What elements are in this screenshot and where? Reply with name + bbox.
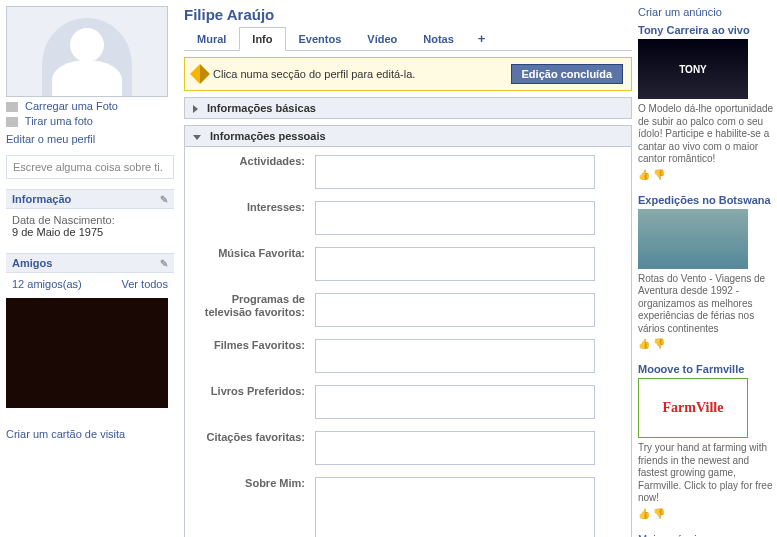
about-label: Sobre Mim:	[195, 477, 315, 537]
edit-notice: Clica numa secção do perfil para editá-l…	[184, 57, 632, 91]
pencil-icon[interactable]: ✎	[160, 258, 168, 269]
tab-wall[interactable]: Mural	[184, 27, 239, 50]
camera-icon	[6, 102, 18, 112]
ad-tony[interactable]: Tony Carreira ao vivo TONY O Modelo dá-l…	[638, 24, 777, 180]
ad-text: Try your hand at farming with friends in…	[638, 442, 777, 505]
profile-name: Filipe Araújo	[184, 6, 632, 23]
section-personal-title: Informações pessoais	[210, 130, 326, 142]
profile-avatar[interactable]	[6, 6, 168, 97]
tab-info[interactable]: Info	[239, 27, 285, 51]
ad-title[interactable]: Expedições no Botswana	[638, 194, 777, 206]
notice-text: Clica numa secção do perfil para editá-l…	[213, 68, 415, 80]
ad-botswana[interactable]: Expedições no Botswana Rotas do Vento - …	[638, 194, 777, 350]
interests-label: Interesses:	[195, 201, 315, 237]
movies-label: Filmes Favoritos:	[195, 339, 315, 375]
status-input[interactable]: Escreve alguma coisa sobre ti.	[6, 155, 174, 179]
ad-title[interactable]: Tony Carreira ao vivo	[638, 24, 777, 36]
ad-feedback[interactable]: 👍 👎	[638, 169, 777, 180]
tv-input[interactable]	[315, 293, 595, 327]
webcam-icon	[6, 117, 18, 127]
activities-label: Actividades:	[195, 155, 315, 191]
about-input[interactable]	[315, 477, 595, 537]
profile-tabs: Mural Info Eventos Vídeo Notas +	[184, 27, 632, 51]
tab-add[interactable]: +	[467, 27, 497, 50]
see-all-friends-link[interactable]: Ver todos	[122, 278, 168, 290]
ad-feedback[interactable]: 👍 👎	[638, 508, 777, 519]
info-block-header[interactable]: Informação ✎	[6, 190, 174, 209]
tab-video[interactable]: Vídeo	[354, 27, 410, 50]
friends-count-link[interactable]: 12 amigos(as)	[12, 278, 82, 290]
chevron-right-icon	[193, 105, 198, 113]
personal-info-form: Actividades: Interesses: Música Favorita…	[184, 147, 632, 537]
music-label: Música Favorita:	[195, 247, 315, 283]
take-photo-link[interactable]: Tirar uma foto	[25, 115, 93, 127]
dob-value: 9 de Maio de 1975	[12, 226, 168, 238]
interests-input[interactable]	[315, 201, 595, 235]
ad-feedback[interactable]: 👍 👎	[638, 338, 777, 349]
section-basic-info[interactable]: Informações básicas	[184, 97, 632, 119]
friends-block-title: Amigos	[12, 257, 52, 269]
chevron-down-icon	[193, 135, 201, 140]
upload-photo-link[interactable]: Carregar uma Foto	[25, 100, 118, 112]
section-basic-title: Informações básicas	[207, 102, 316, 114]
avatar-silhouette	[42, 18, 132, 96]
pencil-icon	[190, 64, 210, 84]
quotes-label: Citações favoritas:	[195, 431, 315, 467]
ad-farmville[interactable]: Mooove to Farmville FarmVille Try your h…	[638, 363, 777, 519]
ad-image[interactable]: FarmVille	[638, 378, 748, 438]
activities-input[interactable]	[315, 155, 595, 189]
movies-input[interactable]	[315, 339, 595, 373]
friends-block-header[interactable]: Amigos ✎	[6, 254, 174, 273]
quotes-input[interactable]	[315, 431, 595, 465]
ad-text: Rotas do Vento - Viagens de Aventura des…	[638, 273, 777, 336]
section-personal-info[interactable]: Informações pessoais	[184, 125, 632, 147]
done-editing-button[interactable]: Edição concluída	[511, 64, 623, 84]
ad-image[interactable]	[638, 209, 748, 269]
ad-image[interactable]: TONY	[638, 39, 748, 99]
tab-events[interactable]: Eventos	[286, 27, 355, 50]
friends-thumbnails[interactable]	[6, 298, 168, 408]
books-input[interactable]	[315, 385, 595, 419]
create-ad-link[interactable]: Criar um anúncio	[638, 6, 777, 18]
books-label: Livros Preferidos:	[195, 385, 315, 421]
more-ads-link[interactable]: Mais anúncios	[638, 533, 708, 538]
music-input[interactable]	[315, 247, 595, 281]
ad-text: O Modelo dá-lhe oportunidade de subir ao…	[638, 103, 777, 166]
info-block-title: Informação	[12, 193, 71, 205]
create-biz-card-link[interactable]: Criar um cartão de visita	[6, 428, 125, 440]
dob-label: Data de Nascimento:	[12, 214, 168, 226]
tab-notes[interactable]: Notas	[410, 27, 467, 50]
ad-title[interactable]: Mooove to Farmville	[638, 363, 777, 375]
pencil-icon[interactable]: ✎	[160, 194, 168, 205]
tv-label: Programas de televisão favoritos:	[195, 293, 315, 329]
edit-profile-link[interactable]: Editar o meu perfil	[6, 133, 174, 145]
